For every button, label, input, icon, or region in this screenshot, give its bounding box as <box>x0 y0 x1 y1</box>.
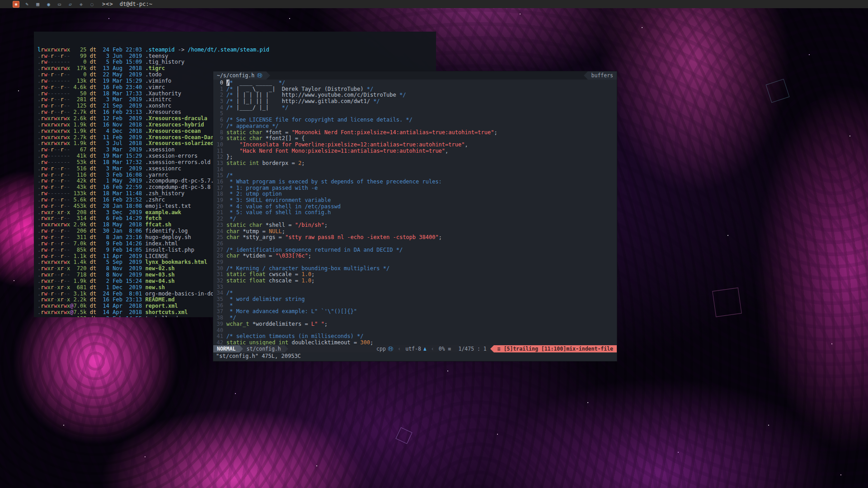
cursor-position: 1/475 <box>458 346 474 352</box>
file-owner: dt <box>90 253 96 259</box>
file-permissions: .rwxrwxrwx <box>38 259 74 265</box>
statusline-position: 1/475 : 1 <box>455 345 490 352</box>
line-number: 34 <box>213 290 223 296</box>
file-size: 99 <box>74 53 90 59</box>
file-size: 43k <box>74 184 90 190</box>
file-date: 16 Feb 23:40 <box>103 84 145 90</box>
file-name: .Xresources-hybrid <box>145 122 204 128</box>
file-date: 19 Mar 15:29 <box>103 153 145 159</box>
code-line: 25char *stty_args = "stty raw pass8 nl -… <box>213 235 617 241</box>
workspace-icon-display[interactable]: ▭ <box>56 1 63 8</box>
buffers-tab[interactable]: buffers <box>588 71 617 80</box>
file-permissions: .rwxr--r-- <box>38 272 74 278</box>
file-size: 311 <box>74 234 90 240</box>
line-number: 13 <box>213 160 223 167</box>
layout-symbol[interactable]: ><> <box>102 1 113 7</box>
file-owner: dt <box>90 203 96 209</box>
file-owner: dt <box>90 96 96 103</box>
workspace-icon-media[interactable]: ◈ <box>78 1 84 8</box>
line-number: 22 <box>213 216 223 222</box>
file-permissions: .rwxr-xr-x <box>38 284 74 291</box>
vim-statusline: NORMAL st/config.h cppⒽ ‹ utf-8♟ ‹ 0% ≡ … <box>213 345 617 352</box>
thin-separator: ‹ <box>397 345 402 352</box>
file-size: 50 <box>74 90 90 97</box>
code-line: 5 <box>213 111 617 117</box>
file-name: .tig_history <box>145 59 185 65</box>
workspace-icon-files[interactable]: ▱ <box>67 1 74 8</box>
line-number: 6 <box>213 117 223 123</box>
file-name: emoji-test.txt <box>145 203 191 209</box>
workspace-icon-edit[interactable]: ✎ <box>23 1 30 8</box>
line-number: 27 <box>213 247 223 253</box>
file-size: 2.7k <box>74 134 90 141</box>
file-owner: dt <box>90 184 96 190</box>
file-permissions: .rwxr--r-- <box>38 215 74 221</box>
code-line: 4/* |____/ |_| */ <box>213 105 617 111</box>
file-size: 25 <box>74 47 90 53</box>
file-date: 2 Feb 15:24 <box>103 278 145 284</box>
editor-window[interactable]: ~/s/config.hⒽ buffers 0/* ____ _____ */1… <box>213 71 617 361</box>
file-owner: dt <box>90 47 96 53</box>
file-permissions: .rw-r--r-- <box>38 109 74 115</box>
file-owner: dt <box>90 109 96 115</box>
file-size: 5.6k <box>74 197 90 203</box>
file-permissions: .rw-r--r-- <box>38 96 74 103</box>
file-size: 53k <box>74 159 90 165</box>
file-date: 18 Mar 11:48 <box>103 190 145 197</box>
file-date: 30 Jan 8:06 <box>103 228 145 234</box>
line-number: 40 <box>213 328 223 334</box>
file-owner: dt <box>90 128 96 134</box>
line-number: 5 <box>213 111 223 117</box>
file-owner: dt <box>90 197 96 203</box>
line-number: 11 <box>213 148 223 155</box>
workspace-icon-settings[interactable]: ✱ <box>13 1 19 8</box>
workspace-icons: ✱✎▦◉▭▱◈○ <box>13 1 99 8</box>
line-number: 42 <box>213 340 223 345</box>
file-size: 1.1k <box>74 253 90 259</box>
file-date: 5 Sep 2019 <box>103 259 145 265</box>
file-size: 314 <box>74 215 90 221</box>
workspace-icon-chart[interactable]: ▦ <box>34 1 41 8</box>
line-number: 39 <box>213 321 223 328</box>
code-area[interactable]: 0/* ____ _____ */1/* | _ \_ _| Derek Tay… <box>213 80 617 345</box>
code-line: 20 * 4: value of shell in /etc/passwd <box>213 204 617 210</box>
code-line: 14 <box>213 167 617 173</box>
file-owner: dt <box>90 209 96 216</box>
file-permissions: .rw------- <box>38 190 74 197</box>
file-permissions: .rwxr-xr-x <box>38 209 74 216</box>
file-date: 12 Feb 2019 <box>103 115 145 122</box>
tab-config-h[interactable]: ~/s/config.hⒽ <box>213 71 266 80</box>
code-line: 21 * 5: value of shell in config.h <box>213 210 617 216</box>
file-owner: dt <box>90 122 96 128</box>
file-name: lynx_bookmarks.html <box>145 259 207 265</box>
file-date: 3 Dec 2019 <box>103 209 145 216</box>
desktop: lrwxrwxrwx 25 dt 24 Feb 22:03 .steampid … <box>0 0 868 488</box>
linux-icon: ♟ <box>423 346 427 352</box>
code-line: 19 * 3: SHELL environment variable <box>213 197 617 204</box>
file-date: 19 Mar 15:29 <box>103 78 145 84</box>
file-name: .zcompdump-dt-pc-5.7.1 <box>145 178 217 184</box>
file-date: 24 Feb 8:01 <box>103 291 145 297</box>
workspace-icon-web[interactable]: ○ <box>89 1 95 8</box>
file-date: 3 Mar 2019 <box>103 96 145 103</box>
file-date: 21 Sep 2019 <box>103 103 145 109</box>
line-number: 9 <box>213 136 223 142</box>
line-number: 17 <box>213 185 223 192</box>
file-name: ffcat.sh <box>145 221 172 228</box>
workspace-icon-camera[interactable]: ◉ <box>45 1 52 8</box>
file-date: 3 Mar 2019 <box>103 165 145 172</box>
window-title: dt@dt-pc:~ <box>120 1 152 7</box>
file-name: .Xresources-Ocean-Dark <box>145 134 217 141</box>
file-size: 7.0k <box>74 240 90 247</box>
line-number: 24 <box>213 229 223 235</box>
code-line: 16 * What program is execed by st depend… <box>213 179 617 185</box>
file-size: 2.6k <box>74 115 90 122</box>
file-name: insult-list.php <box>145 247 194 253</box>
file-permissions: .rw-r--r-- <box>38 84 74 90</box>
statusline-encoding: utf-8♟ <box>402 345 430 352</box>
file-row: lrwxrwxrwx 25 dt 24 Feb 22:03 .steampid … <box>38 47 432 53</box>
file-date: 13 Aug 2018 <box>103 65 145 71</box>
code-line: 8static char *font = "Mononoki Nerd Font… <box>213 130 617 136</box>
file-date: 3 Mar 2019 <box>103 146 145 153</box>
code-line: 0/* ____ _____ */ <box>213 80 617 86</box>
